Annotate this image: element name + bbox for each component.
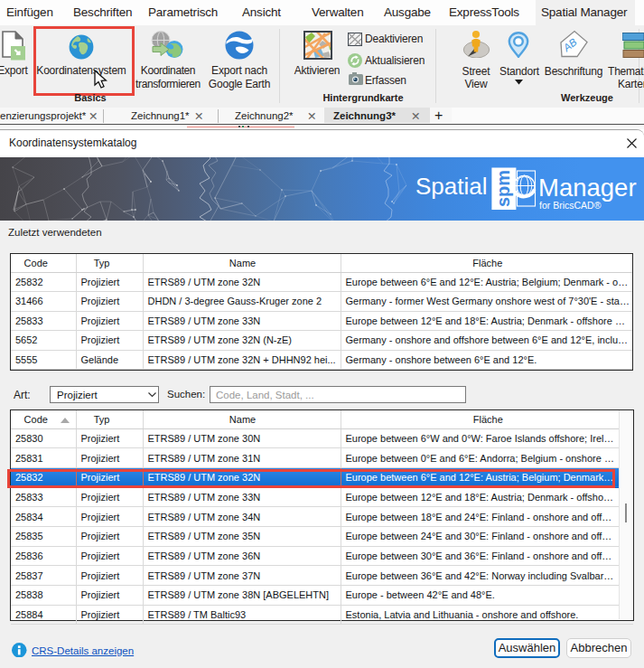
svg-text:for BricsCAD®: for BricsCAD® bbox=[539, 200, 602, 211]
svg-text:spm: spm bbox=[493, 170, 513, 207]
svg-text:Spatial: Spatial bbox=[415, 173, 488, 200]
svg-text:Manager: Manager bbox=[538, 174, 637, 202]
